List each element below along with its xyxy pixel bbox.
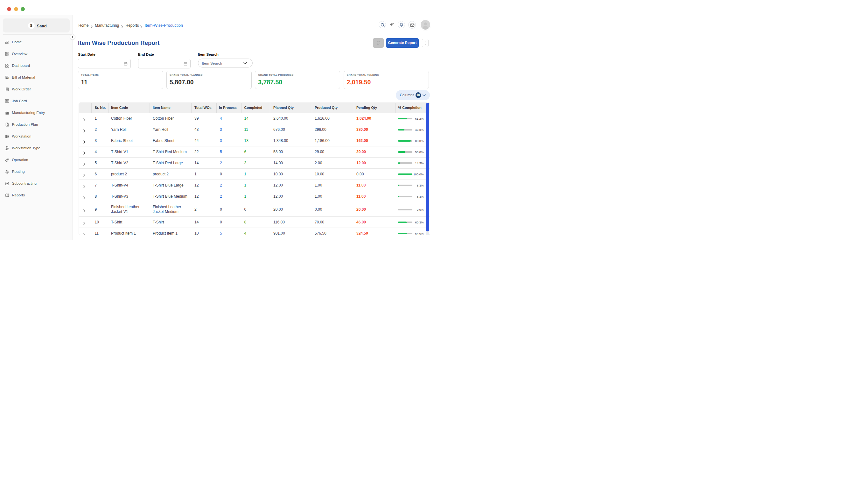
svg-text:$: $ <box>8 77 8 79</box>
